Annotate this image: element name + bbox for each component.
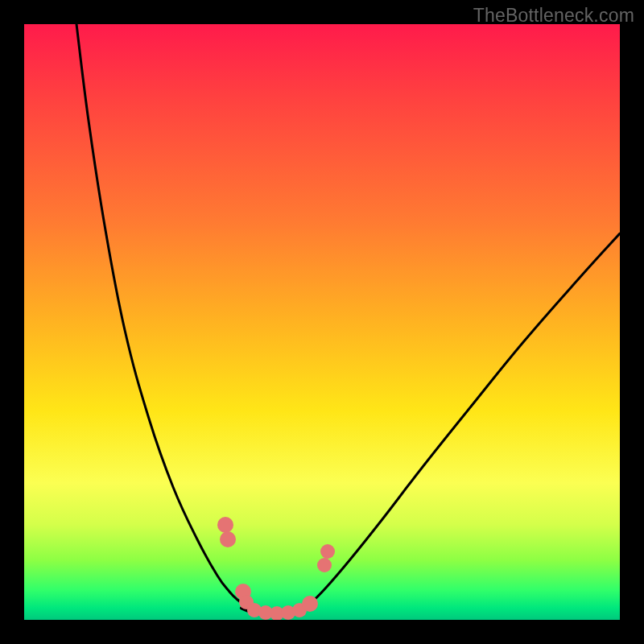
bottleneck-curve (76, 24, 620, 614)
data-marker (302, 596, 318, 612)
marker-group (217, 517, 335, 620)
data-marker (217, 517, 233, 533)
curve-layer (24, 24, 620, 620)
curve-path-group (76, 24, 620, 614)
data-marker (320, 544, 335, 559)
data-marker (220, 531, 236, 547)
plot-area (24, 24, 620, 620)
watermark-label: TheBottleneck.com (473, 5, 634, 27)
data-marker (317, 558, 332, 572)
chart-stage: TheBottleneck.com (0, 0, 644, 644)
